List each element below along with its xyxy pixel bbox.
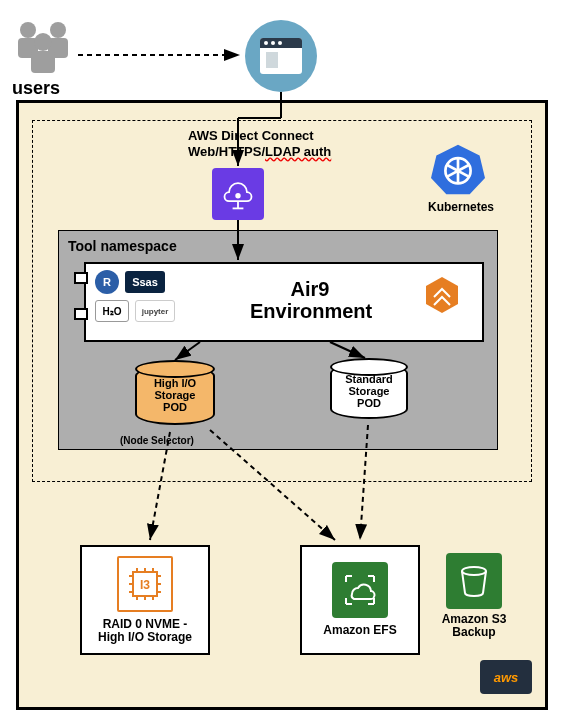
direct-connect-label: AWS Direct Connect	[188, 128, 331, 144]
h2o-logo-icon: H₂O	[95, 300, 129, 322]
raid-label: RAID 0 NVME - High I/O Storage	[88, 618, 202, 644]
web-https-label: Web/HTTPS/	[188, 144, 265, 159]
browser-window-icon	[245, 20, 317, 92]
svg-point-2	[50, 22, 66, 38]
pod-connector-icon	[74, 272, 88, 284]
svg-point-29	[462, 567, 486, 575]
svg-rect-5	[31, 51, 55, 73]
svg-point-8	[236, 194, 240, 198]
air9-title: Air9 Environment	[250, 278, 370, 322]
amazon-s3-block: Amazon S3 Backup	[432, 553, 516, 639]
kubernetes-label: Kubernetes	[416, 200, 506, 214]
architecture-diagram: users AWS Direct Connect Web/HTTPS/LDAP …	[0, 0, 564, 719]
high-io-storage-pod: High I/O Storage POD	[135, 365, 215, 425]
cpu-chip-icon: I3	[117, 556, 173, 612]
s3-label: Amazon S3 Backup	[432, 613, 516, 639]
amazon-efs-box: Amazon EFS	[300, 545, 420, 655]
users-icon	[8, 18, 78, 73]
pod-connector-icon	[74, 308, 88, 320]
ldap-auth-label: LDAP auth	[265, 144, 331, 159]
standard-storage-pod: Standard Storage POD	[330, 363, 408, 419]
svg-marker-14	[426, 277, 458, 313]
kubernetes-wheel-icon	[428, 142, 488, 202]
users-label: users	[12, 78, 60, 99]
sas-logo-icon: Ssas	[125, 271, 165, 293]
svg-point-0	[20, 22, 36, 38]
node-selector-label: (Node Selector)	[120, 435, 194, 446]
aws-logo-icon: aws	[480, 660, 532, 694]
tool-icons-group: R Ssas H₂O jupyter	[95, 270, 175, 322]
svg-point-4	[34, 33, 52, 51]
cloud-gateway-icon	[212, 168, 264, 220]
efs-cloud-icon	[332, 562, 388, 618]
r-logo-icon: R	[95, 270, 119, 294]
connection-labels: AWS Direct Connect Web/HTTPS/LDAP auth	[188, 128, 331, 159]
jupyter-logo-icon: jupyter	[135, 300, 175, 322]
svg-text:I3: I3	[140, 578, 150, 592]
raid-storage-box: I3 RAID 0 NVME - High I/O Storage	[80, 545, 210, 655]
orange-hexagon-icon	[422, 275, 462, 315]
tool-namespace-title: Tool namespace	[68, 238, 177, 254]
s3-bucket-icon	[446, 553, 502, 609]
efs-label: Amazon EFS	[323, 624, 396, 637]
